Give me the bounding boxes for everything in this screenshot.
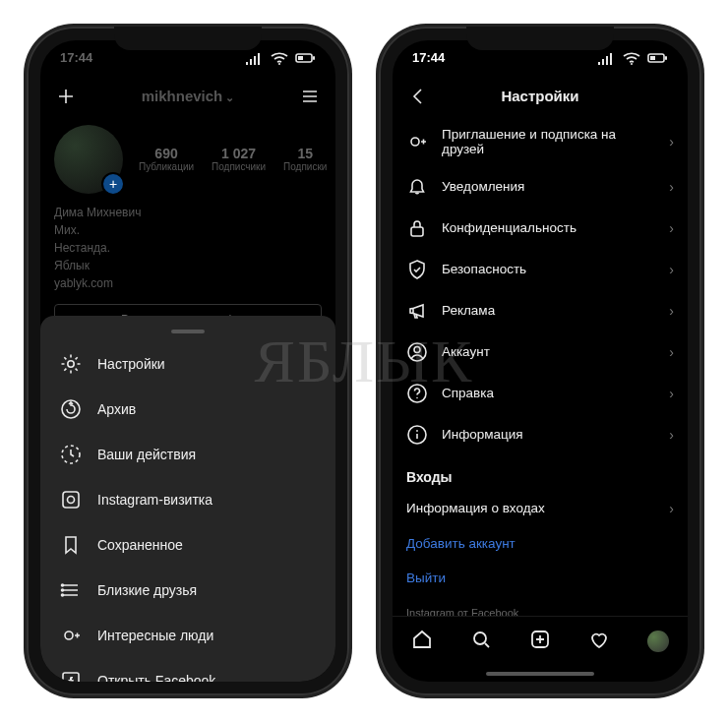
status-time: 17:44 bbox=[60, 50, 92, 65]
tab-add[interactable] bbox=[529, 629, 551, 654]
wifi-icon bbox=[621, 47, 642, 69]
stat-following[interactable]: 15 Подписки bbox=[283, 146, 327, 172]
account-icon bbox=[406, 341, 428, 363]
tab-bar bbox=[393, 616, 688, 666]
tab-profile[interactable] bbox=[647, 631, 669, 652]
wifi-icon bbox=[269, 47, 290, 69]
chevron-right-icon: › bbox=[669, 427, 674, 443]
menu-icon[interactable] bbox=[298, 86, 322, 107]
discover-icon bbox=[406, 131, 428, 152]
add-account-link[interactable]: Добавить аккаунт bbox=[393, 526, 688, 561]
facebook-icon bbox=[60, 670, 82, 682]
menu-settings[interactable]: Настройки bbox=[40, 341, 335, 387]
footer-note: Instagram от Facebook bbox=[393, 595, 688, 616]
page-title: Настройки bbox=[430, 88, 650, 104]
settings-header: Настройки bbox=[393, 76, 688, 117]
chevron-right-icon: › bbox=[669, 179, 674, 195]
gear-icon bbox=[60, 353, 82, 375]
stat-followers[interactable]: 1 027 Подписчики bbox=[212, 146, 266, 172]
profile-zone: + 690 Публикации 1 027 Подписчики 15 bbox=[40, 117, 335, 347]
archive-icon bbox=[60, 398, 82, 420]
settings-ads[interactable]: Реклама › bbox=[393, 290, 688, 331]
bio: Дима Михневич Мих. Нестанда. Яблык yably… bbox=[54, 204, 322, 292]
notch bbox=[114, 27, 262, 50]
battery-icon bbox=[294, 47, 316, 69]
sheet-grabber[interactable] bbox=[171, 330, 205, 333]
menu-discover[interactable]: Интересные люди bbox=[40, 613, 335, 658]
chevron-right-icon: › bbox=[669, 303, 674, 319]
close-friends-icon bbox=[60, 579, 82, 601]
bell-icon bbox=[406, 176, 428, 198]
tab-home[interactable] bbox=[411, 629, 433, 654]
chevron-right-icon: › bbox=[669, 344, 674, 360]
chevron-right-icon: › bbox=[669, 386, 674, 401]
username-dropdown[interactable]: mikhnevich⌄ bbox=[78, 88, 298, 104]
chevron-right-icon: › bbox=[669, 134, 674, 150]
activity-icon bbox=[60, 444, 82, 465]
signal-icon bbox=[243, 47, 265, 69]
settings-privacy[interactable]: Конфиденциальность › bbox=[393, 208, 688, 249]
chevron-down-icon: ⌄ bbox=[225, 91, 234, 103]
status-time: 17:44 bbox=[412, 50, 445, 65]
profile-header: mikhnevich⌄ bbox=[40, 76, 335, 117]
avatar[interactable]: + bbox=[54, 125, 123, 194]
settings-login-info[interactable]: Информация о входах › bbox=[393, 491, 688, 526]
menu-facebook[interactable]: Открыть Facebook bbox=[40, 658, 335, 682]
lock-icon bbox=[406, 217, 428, 239]
add-story-icon[interactable]: + bbox=[101, 172, 125, 196]
new-post-icon[interactable] bbox=[54, 86, 78, 107]
chevron-right-icon: › bbox=[669, 220, 674, 236]
settings-list: Приглашение и подписка на друзей › Уведо… bbox=[393, 117, 688, 616]
menu-archive[interactable]: Архив bbox=[40, 387, 335, 432]
home-indicator[interactable] bbox=[393, 666, 688, 682]
chevron-right-icon: › bbox=[669, 501, 674, 516]
phone-left: 17:44 mikhnevich⌄ + bbox=[27, 27, 349, 695]
tab-search[interactable] bbox=[470, 629, 492, 654]
battery-icon bbox=[646, 47, 668, 69]
settings-invite[interactable]: Приглашение и подписка на друзей › bbox=[393, 117, 688, 166]
stat-posts[interactable]: 690 Публикации bbox=[139, 146, 194, 172]
back-button[interactable] bbox=[406, 86, 430, 107]
logout-link[interactable]: Выйти bbox=[393, 561, 688, 595]
discover-icon bbox=[60, 625, 82, 646]
bookmark-icon bbox=[60, 534, 82, 556]
settings-notifications[interactable]: Уведомления › bbox=[393, 166, 688, 208]
signal-icon bbox=[595, 47, 617, 69]
notch bbox=[466, 27, 614, 50]
menu-nametag[interactable]: Instagram-визитка bbox=[40, 477, 335, 522]
phone-right: 17:44 Настройки Приглашение и подписка н… bbox=[379, 27, 701, 695]
settings-account[interactable]: Аккаунт › bbox=[393, 331, 688, 373]
help-icon bbox=[406, 383, 428, 404]
settings-help[interactable]: Справка › bbox=[393, 373, 688, 414]
nametag-icon bbox=[60, 489, 82, 511]
info-icon bbox=[406, 424, 428, 446]
megaphone-icon bbox=[406, 300, 428, 322]
bottom-sheet: Настройки Архив Ваши действия Instagram-… bbox=[40, 316, 335, 682]
settings-about[interactable]: Информация › bbox=[393, 414, 688, 455]
chevron-right-icon: › bbox=[669, 262, 674, 277]
logins-header: Входы bbox=[393, 455, 688, 491]
tab-activity[interactable] bbox=[588, 629, 610, 654]
shield-icon bbox=[406, 259, 428, 280]
menu-activity[interactable]: Ваши действия bbox=[40, 432, 335, 477]
menu-saved[interactable]: Сохраненное bbox=[40, 522, 335, 568]
menu-close-friends[interactable]: Близкие друзья bbox=[40, 568, 335, 613]
settings-security[interactable]: Безопасность › bbox=[393, 249, 688, 290]
